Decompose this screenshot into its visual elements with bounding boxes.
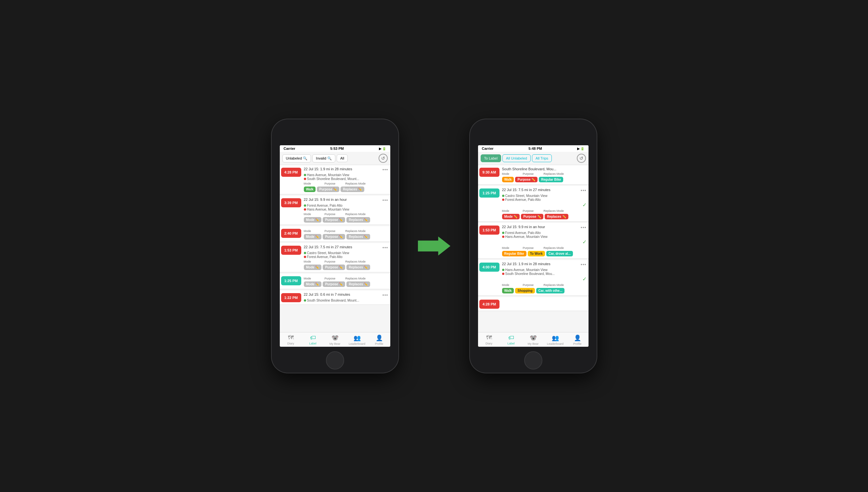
mode-header: Mode Purpose Replaces Mode [502,246,587,250]
tab-profile-left[interactable]: 👤 Profile [368,333,390,347]
tab-bar-left: 🗺 Diary 🏷 Label 🐨 My Bear 👥 Leaderboard … [280,332,390,347]
filter-to-label[interactable]: To Label [481,154,501,162]
trip-item: 1:25 PM 22 Jul 15: 7.5 mi in 27 minutes … [478,186,589,222]
replaces-tag[interactable]: Car, drove al... [546,251,573,256]
mode-row: Mode ✏️ Purpose ✏️ Replaces ✏️ [304,234,388,240]
trip-summary: South Shoreline Boulevard, Mou... [502,167,587,171]
time-badge: 1:53 PM [281,246,301,255]
trip-content: 22 Jul 15: 1.9 mi in 28 minutes ••• Hans… [304,167,388,192]
trip-content: 22 Jul 15: 0.6 mi in 7 minutes ••• South… [304,293,388,302]
filter-unlabeled[interactable]: Unlabeled 🔍 [282,154,311,163]
filter-all-trips[interactable]: All Trips [532,154,552,162]
trip-to: South Shoreline Boulevard, Mount... [304,177,388,181]
purpose-tag[interactable]: Purpose ✏️ [323,217,345,223]
replaces-tag[interactable]: Regular Bike [539,177,563,182]
trip-content: South Shoreline Boulevard, Mou... Mode P… [502,167,587,182]
phone-left-screen: Carrier 5:53 PM ▶ 🔋 Unlabeled 🔍 Invalid … [280,145,390,347]
tab-label: Diary [287,342,294,345]
purpose-tag[interactable]: Purpose ✏️ [317,187,339,192]
purpose-tag[interactable]: Purpose ✏️ [323,234,345,240]
mode-tag[interactable]: Mode ✏️ [304,281,322,287]
tab-bar-right: 🗺 Diary 🏷 Label 🐨 My Bear 👥 Leaderboard … [478,332,589,347]
trip-summary: 22 Jul 15: 1.9 mi in 28 minutes ••• [304,167,388,172]
replaces-tag[interactable]: Car, with othe... [536,288,565,293]
mode-tag[interactable]: Mode ✏️ [304,265,322,270]
label-icon: 🏷 [508,335,514,341]
trip-item: 3:39 PM 22 Jul 15: 9.9 mi in an hour •••… [280,196,390,225]
purpose-tag[interactable]: Purpose ✏️ [515,177,538,182]
trip-item: 1:25 PM Mode Purpose Replaces Mode Mode … [280,274,390,289]
trip-summary: 22 Jul 15: 7.5 mi in 27 minutes ••• [304,245,388,250]
mode-header: Mode Purpose Replaces Mode [502,284,587,287]
purpose-tag[interactable]: Shopping [515,288,535,293]
trip-item: 1:22 PM 22 Jul 15: 0.6 mi in 7 minutes •… [280,291,390,305]
trip-from: Hans Avenue, Mountain View [304,173,388,177]
mode-header: Mode Purpose Replaces Mode [502,209,587,213]
phone-left: Carrier 5:53 PM ▶ 🔋 Unlabeled 🔍 Invalid … [272,119,398,373]
mode-tag[interactable]: Mode ✏️ [304,234,322,240]
refresh-btn-right[interactable]: ↺ [577,154,586,163]
replaces-tag[interactable]: Replaces ✏️ [545,214,568,219]
replaces-tag[interactable]: Replaces ✏️ [346,265,370,270]
time-badge: 4:00 PM [479,263,499,272]
leaderboard-icon: 👥 [552,335,559,342]
mode-tag[interactable]: Regular Bike [502,251,526,256]
carrier-left: Carrier [284,147,295,150]
mode-tag[interactable]: Mode ✏️ [502,214,520,219]
time-badge: 1:22 PM [281,293,301,302]
trip-from: Forest Avenue, Palo Alto [304,204,388,207]
trip-content: 22 Jul 15: 7.5 mi in 27 minutes ••• Cast… [502,188,587,219]
trip-content: Mode Purpose Replaces Mode Mode ✏️ Purpo… [304,276,388,287]
purpose-tag[interactable]: Purpose ✏️ [521,214,543,219]
replaces-tag[interactable]: Replaces ✏️ [346,281,370,287]
tab-label-right[interactable]: 🏷 Label [500,333,522,347]
check-mark: ✓ [502,239,587,245]
battery-icons-right: ▶ 🔋 [577,147,585,150]
carrier-right: Carrier [482,147,494,150]
replaces-tag[interactable]: Replaces ✏️ [346,217,370,223]
mode-tag[interactable]: Walk [502,288,514,293]
tab-leaderboard-right[interactable]: 👥 Leaderboard [544,333,566,347]
filter-bar-right: To Label All Unlabeled All Trips ↺ [478,152,589,165]
mode-tag[interactable]: Walk [304,187,316,192]
trip-content: 22 Jul 15: 7.5 mi in 27 minutes ••• Cast… [304,245,388,270]
tab-label: Label [507,342,515,345]
tab-leaderboard-left[interactable]: 👥 Leaderboard [346,333,368,347]
status-bar-right: Carrier 5:48 PM ▶ 🔋 [478,145,589,152]
filter-bar-left: Unlabeled 🔍 Invalid 🔍 All ↺ [280,152,390,165]
mode-tag[interactable]: Mode ✏️ [304,217,322,223]
purpose-tag[interactable]: Purpose ✏️ [323,281,345,287]
mode-row: Mode ✏️ Purpose ✏️ Replaces ✏️ [304,281,388,287]
filter-all[interactable]: All [337,154,348,162]
trip-item: 4:00 PM 22 Jul 15: 1.9 mi in 28 minutes … [478,260,589,296]
filter-invalid[interactable]: Invalid 🔍 [312,154,336,163]
leaderboard-icon: 👥 [353,335,361,342]
home-button-left[interactable] [326,351,344,369]
purpose-tag[interactable]: Purpose ✏️ [323,265,345,270]
time-badge: 2:40 PM [281,229,301,238]
trip-from: Castro Street, Mountain View [502,194,587,198]
status-bar-left: Carrier 5:53 PM ▶ 🔋 [280,145,390,152]
purpose-tag[interactable]: To Work [528,251,545,256]
tab-diary-right[interactable]: 🗺 Diary [478,333,500,347]
refresh-btn-left[interactable]: ↺ [379,154,388,163]
mode-header: Mode Purpose Replaces Mode [304,277,388,280]
tab-mybear-left[interactable]: 🐨 My Bear [324,333,346,347]
replaces-tag[interactable]: Replaces ✏️ [341,187,364,192]
tab-profile-right[interactable]: 👤 Profile [566,333,589,347]
tab-label: Profile [375,342,383,345]
filter-all-unlabeled[interactable]: All Unlabeled [502,154,531,162]
tab-label-left[interactable]: 🏷 Label [302,333,324,347]
mode-header: Mode Purpose Replaces Mode [304,229,388,233]
trip-content: Mode Purpose Replaces Mode Mode ✏️ Purpo… [304,228,388,240]
profile-icon: 👤 [376,335,383,342]
mode-tag[interactable]: Walk [502,177,514,182]
trip-list-right: 9:30 AM South Shoreline Boulevard, Mou..… [478,165,589,332]
home-button-right[interactable] [524,351,542,369]
tab-mybear-right[interactable]: 🐨 My Bear [522,333,544,347]
replaces-tag[interactable]: Replaces ✏️ [346,234,370,240]
check-mark: ✓ [502,276,587,282]
mode-header: Mode Purpose Replaces Mode [502,172,587,175]
tab-diary-left[interactable]: 🗺 Diary [280,333,302,347]
trip-summary: 22 Jul 15: 1.9 mi in 28 minutes ••• [502,262,587,267]
